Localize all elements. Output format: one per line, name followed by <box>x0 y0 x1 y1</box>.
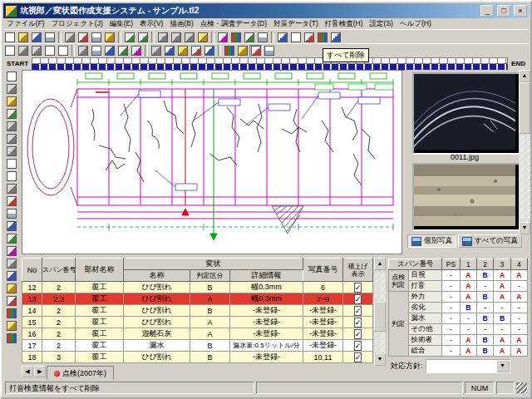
menu-file[interactable]: ファイル(F) <box>3 19 48 29</box>
minimize-button[interactable]: _ <box>480 5 494 17</box>
menu-draw[interactable]: 描画(B) <box>166 19 196 29</box>
col-no[interactable]: No <box>22 259 42 282</box>
tab-scroll-right-icon[interactable]: ▶ <box>34 366 46 377</box>
stack-checkbox[interactable] <box>354 341 362 351</box>
tab-scroll-left-icon[interactable]: ◀ <box>22 366 33 377</box>
free-lime-tool-icon[interactable] <box>4 282 19 294</box>
stack-checkbox[interactable] <box>354 283 362 293</box>
line-tool-icon[interactable] <box>4 120 19 132</box>
all-photos-button[interactable]: すべての写真 <box>458 234 522 248</box>
photo-list-icon[interactable] <box>263 45 276 57</box>
ellipse-tool-icon[interactable] <box>4 170 19 182</box>
scroll-down-icon[interactable]: ▼ <box>374 353 386 366</box>
policy-select[interactable]: ▼ <box>426 359 510 373</box>
close-button[interactable]: × <box>514 5 527 17</box>
menu-help[interactable]: ヘルプ(H) <box>397 19 435 29</box>
stamp-tool-icon[interactable] <box>190 45 203 57</box>
col-span[interactable]: スパン番号 <box>42 259 76 282</box>
delete-all-icon[interactable] <box>249 45 263 57</box>
measure-tool-icon[interactable] <box>4 107 19 120</box>
eraser-tool-icon[interactable] <box>4 319 19 332</box>
layers-tool-icon[interactable] <box>4 332 19 344</box>
paste-icon[interactable] <box>103 31 116 43</box>
scroll-down-icon[interactable]: ▼ <box>519 222 530 234</box>
leader-tool-icon[interactable] <box>4 219 19 232</box>
properties-icon[interactable] <box>256 31 269 43</box>
resize-grip[interactable] <box>516 382 527 393</box>
free-lime-tool-icon[interactable] <box>176 45 190 57</box>
scroll-up-icon[interactable]: ▲ <box>374 258 386 270</box>
scroll-track[interactable] <box>519 82 530 222</box>
line-tool-icon[interactable] <box>17 45 30 57</box>
select-tool-icon[interactable] <box>3 45 17 57</box>
photo-scrollbar[interactable]: ▲ ▼ <box>519 70 530 231</box>
pan-tool-icon[interactable] <box>4 95 19 107</box>
redo-icon[interactable] <box>136 31 150 43</box>
menu-hammer-test[interactable]: 打音検査(H) <box>322 19 367 29</box>
ellipse-tool-icon[interactable] <box>57 45 70 57</box>
photo-thumbnail-large[interactable] <box>412 72 520 155</box>
scroll-thumb[interactable] <box>374 302 386 332</box>
stack-checkbox[interactable] <box>354 318 362 328</box>
pan-icon[interactable] <box>196 31 209 43</box>
color-set-icon[interactable] <box>223 45 236 57</box>
table-scrollbar[interactable]: ▲ ▼ <box>374 258 386 362</box>
col-detail[interactable]: 詳細情報 <box>230 270 303 282</box>
grid-icon[interactable] <box>216 31 229 43</box>
graph-icon[interactable] <box>303 31 316 43</box>
cut-icon[interactable] <box>76 31 90 43</box>
undo-icon[interactable] <box>123 31 136 43</box>
polyline-tool-icon[interactable] <box>4 132 19 145</box>
symbol-tool-icon[interactable] <box>4 294 19 307</box>
maximize-button[interactable]: □ <box>497 5 510 17</box>
preview-icon[interactable] <box>63 31 76 43</box>
menu-settings[interactable]: 設定(S) <box>367 19 397 29</box>
measure-icon[interactable] <box>243 31 256 43</box>
new-file-icon[interactable] <box>3 31 17 43</box>
scroll-up-icon[interactable]: ▲ <box>519 70 530 82</box>
crack-tool-icon[interactable] <box>4 257 19 269</box>
rect-tool-icon[interactable] <box>43 45 57 57</box>
menu-view[interactable]: 表示(V) <box>136 19 166 29</box>
zoom-out-icon[interactable] <box>170 31 183 43</box>
menu-inspection-data[interactable]: 点検・調査データ(D) <box>197 19 270 29</box>
save-icon[interactable] <box>30 31 43 43</box>
rect-tool-icon[interactable] <box>4 157 19 170</box>
copy-icon[interactable] <box>90 31 103 43</box>
table-row-selected[interactable]: 132,3覆工 ひび割れA幅0.3mm 7~9 <box>22 293 373 305</box>
table-row[interactable]: 183覆工 ひび割れB-未登録- 10,11 <box>22 352 373 363</box>
camera-icon[interactable] <box>276 31 289 43</box>
table-row[interactable]: 152覆工 ひび割れA-未登録- -未登録- <box>22 317 373 328</box>
col-damage-name[interactable]: 名称 <box>124 270 190 282</box>
scroll-thumb[interactable] <box>519 82 530 134</box>
freehand-tool-icon[interactable] <box>4 145 19 157</box>
dimension-tool-icon[interactable] <box>116 45 130 57</box>
crack-tool-icon[interactable] <box>150 45 163 57</box>
stack-checkbox[interactable] <box>354 306 362 316</box>
text-tool-icon[interactable] <box>4 207 19 219</box>
select-tool-icon[interactable] <box>4 70 19 82</box>
layers-icon[interactable] <box>229 31 243 43</box>
leak-tool-icon[interactable] <box>4 269 19 282</box>
leader-tool-icon[interactable] <box>103 45 116 57</box>
leak-tool-icon[interactable] <box>163 45 176 57</box>
polyline-tool-icon[interactable] <box>30 45 43 57</box>
hatch-tool-icon[interactable] <box>4 244 19 257</box>
col-member[interactable]: 部材名称 <box>76 259 124 282</box>
open-icon[interactable] <box>17 31 30 43</box>
help-icon[interactable] <box>329 31 342 43</box>
menu-edit[interactable]: 編集(E) <box>106 19 136 29</box>
data-table-icon[interactable] <box>289 31 303 43</box>
zoom-in-icon[interactable] <box>156 31 170 43</box>
palette-icon[interactable] <box>316 31 329 43</box>
arc-tool-icon[interactable] <box>4 182 19 195</box>
span-ruler[interactable] <box>32 57 508 70</box>
tab-inspection-2007[interactable]: 点検(2007年) <box>47 366 114 381</box>
col-grade[interactable]: 判定区分 <box>190 270 230 282</box>
stack-checkbox[interactable] <box>354 352 362 362</box>
drawing-canvas[interactable] <box>22 70 402 254</box>
photo-register-icon[interactable] <box>203 45 216 57</box>
chevron-down-icon[interactable]: ▼ <box>496 360 510 372</box>
menu-project[interactable]: プロジェクト(J) <box>48 19 106 29</box>
table-row[interactable]: 172覆工 漏水B漏水量:0.5リットル/分 -未登録- <box>22 340 373 352</box>
